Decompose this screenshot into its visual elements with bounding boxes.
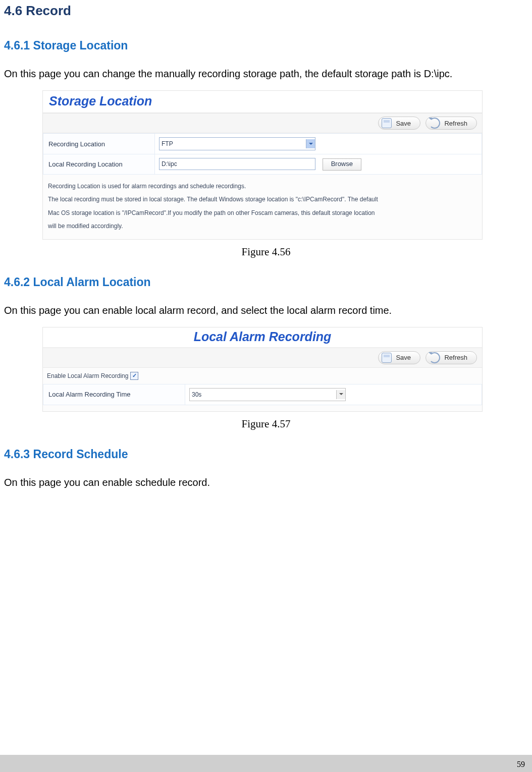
table-row: Local Recording Location D:\ipc Browse — [43, 154, 482, 175]
chevron-down-icon — [306, 139, 315, 148]
table-row: Local Alarm Recording Time 30s — [43, 384, 482, 405]
recording-location-value: FTP — [162, 140, 173, 147]
local-recording-location-label: Local Recording Location — [43, 154, 155, 175]
note-line: The local recording must be stored in lo… — [48, 193, 477, 206]
table-row: Recording Location FTP — [43, 134, 482, 154]
panel-title: Local Alarm Recording — [43, 327, 482, 348]
paragraph-4-6-3: On this page you can enable schedule rec… — [4, 475, 528, 490]
page-footer-bar — [0, 755, 532, 772]
enable-local-alarm-label: Enable Local Alarm Recording — [47, 372, 128, 379]
heading-4-6-1: 4.6.1 Storage Location — [4, 39, 528, 52]
enable-local-alarm-row: Enable Local Alarm Recording — [43, 368, 482, 384]
recording-location-label: Recording Location — [43, 134, 155, 154]
save-icon — [382, 353, 392, 363]
panel-toolbar: Save Refresh — [43, 114, 482, 133]
paragraph-4-6-2: On this page you can enable local alarm … — [4, 303, 528, 318]
figure-caption-4-56: Figure 4.56 — [4, 246, 528, 258]
alarm-time-select[interactable]: 30s — [189, 388, 346, 401]
panel-toolbar: Save Refresh — [43, 348, 482, 368]
alarm-time-value: 30s — [192, 391, 201, 398]
refresh-button[interactable]: Refresh — [425, 351, 477, 364]
refresh-icon — [429, 352, 440, 363]
heading-4-6-2: 4.6.2 Local Alarm Location — [4, 275, 528, 289]
note-line: Mac OS storage location is "/IPCamRecord… — [48, 206, 477, 219]
heading-4-6: 4.6 Record — [4, 3, 528, 19]
local-alarm-panel: Local Alarm Recording Save Refresh Enabl… — [42, 327, 483, 412]
note-line: Recording Location is used for alarm rec… — [48, 180, 477, 193]
refresh-button-label: Refresh — [444, 354, 467, 361]
storage-location-panel: Storage Location Save Refresh Recording … — [42, 90, 483, 240]
chevron-down-icon — [336, 390, 345, 399]
browse-button[interactable]: Browse — [323, 158, 361, 171]
refresh-button[interactable]: Refresh — [425, 117, 477, 130]
refresh-icon — [429, 118, 440, 129]
save-icon — [382, 118, 392, 128]
save-button-label: Save — [396, 354, 411, 361]
alarm-time-label: Local Alarm Recording Time — [43, 384, 185, 405]
panel-notes: Recording Location is used for alarm rec… — [43, 175, 482, 239]
save-button[interactable]: Save — [378, 351, 420, 364]
enable-local-alarm-checkbox[interactable] — [130, 372, 138, 380]
paragraph-4-6-1: On this page you can change the manually… — [4, 67, 528, 81]
refresh-button-label: Refresh — [444, 120, 467, 127]
page-number: 59 — [517, 760, 525, 769]
save-button[interactable]: Save — [378, 117, 420, 130]
note-line: will be modified accordingly. — [48, 219, 477, 233]
local-recording-location-input[interactable]: D:\ipc — [159, 158, 315, 170]
panel-title: Storage Location — [43, 91, 482, 114]
alarm-settings-table: Local Alarm Recording Time 30s — [43, 384, 482, 405]
heading-4-6-3: 4.6.3 Record Schedule — [4, 448, 528, 461]
save-button-label: Save — [396, 120, 411, 127]
recording-location-select[interactable]: FTP — [159, 137, 315, 150]
storage-settings-table: Recording Location FTP Local Recording L… — [43, 133, 482, 175]
figure-caption-4-57: Figure 4.57 — [4, 418, 528, 430]
